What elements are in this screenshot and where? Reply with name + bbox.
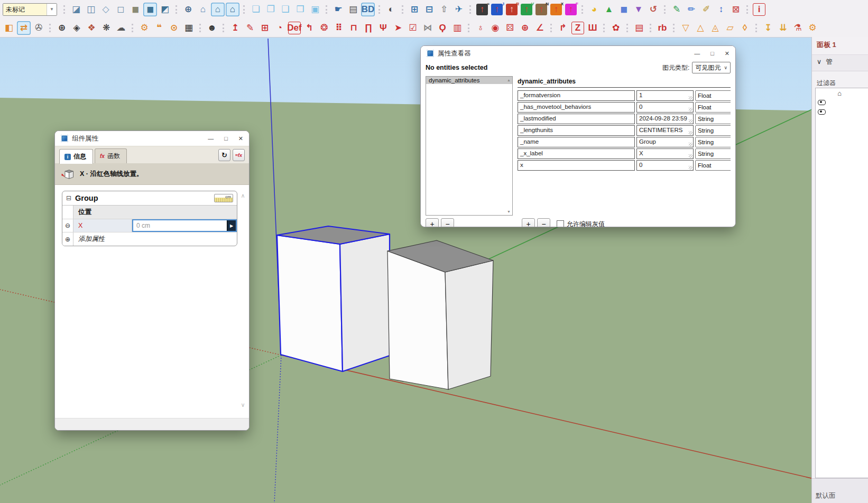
remove-attribute-button[interactable]: ⊖	[62, 219, 73, 232]
attribute-value-cell[interactable]: 2024-09-28 23:59	[636, 114, 694, 124]
axis-slab-f-icon[interactable]: ↑ F	[564, 3, 578, 16]
tree-item[interactable]	[816, 107, 868, 117]
attribute-value-cell[interactable]: 0	[636, 102, 694, 113]
info-disable-icon[interactable]: i	[752, 3, 766, 16]
prism-tool-icon[interactable]: ∏	[362, 21, 375, 35]
dome-tool-icon[interactable]: ◕	[587, 3, 601, 16]
tab-functions[interactable]: fx 函数	[95, 148, 127, 163]
swap-reference-icon[interactable]: ⇄	[17, 21, 31, 35]
cone-down-icon[interactable]: ▽	[679, 21, 692, 35]
attribute-name-cell[interactable]: _x_label	[518, 148, 635, 159]
add-attribute-label[interactable]: 添加属性	[73, 232, 237, 246]
account-avatar-icon[interactable]: ☻	[205, 21, 219, 35]
remove-dictionary-button[interactable]: −	[441, 218, 454, 227]
image-export-icon[interactable]: ▤	[632, 21, 646, 35]
paint-bucket-icon[interactable]: ⚗	[791, 21, 805, 35]
home-view-icon[interactable]: ⌂	[226, 3, 239, 16]
attribute-name-cell[interactable]: _lastmodified	[518, 114, 635, 124]
plane-schedule-icon[interactable]: ✈	[452, 3, 466, 16]
maximize-button[interactable]: □	[224, 135, 228, 142]
down-export-icon[interactable]: ⇊	[776, 21, 790, 35]
dictionary-list-item[interactable]: dynamic_attributes	[426, 77, 512, 84]
camera-export-icon[interactable]: ✇	[32, 21, 45, 35]
axes-arrow-icon[interactable]: ∠	[533, 21, 547, 35]
tent-tool-icon[interactable]: ▲	[602, 3, 616, 16]
remove-attribute-button[interactable]: −	[537, 218, 550, 227]
add-attribute-button[interactable]: ⊕	[62, 232, 73, 246]
cylinder-tool-icon[interactable]: ⊓	[347, 21, 361, 35]
close-button[interactable]: ✕	[725, 50, 730, 57]
axis-slab-x-icon[interactable]: ↑ X	[549, 3, 563, 16]
refresh-button[interactable]: ↻	[218, 149, 230, 161]
extract-cube-icon[interactable]: ⇧	[437, 3, 451, 16]
cube-tool-icon[interactable]: ◼	[617, 3, 631, 16]
panel-section-header[interactable]: ∨ 管	[812, 55, 868, 71]
box-unselected[interactable]	[387, 240, 493, 389]
attribute-name-cell[interactable]: x	[518, 160, 635, 171]
no-section-icon[interactable]: ⊠	[729, 3, 743, 16]
style-wireframe-icon[interactable]: ◇	[99, 3, 113, 16]
box-selected[interactable]	[277, 226, 390, 371]
entity-info-panel-icon[interactable]: ▤	[346, 3, 360, 16]
style-textured-icon[interactable]: ◼	[143, 3, 157, 16]
dome-wire-icon[interactable]: ◬	[708, 21, 722, 35]
globe-geo-icon[interactable]: ♁	[474, 21, 487, 35]
blue-pen-icon[interactable]: ✏	[685, 3, 698, 16]
def-doc-icon[interactable]: Def	[288, 21, 301, 35]
select-hand-icon[interactable]: ☛	[331, 3, 345, 16]
axis-slab-n-icon[interactable]: ↑ N	[534, 3, 548, 16]
cut-object-icon[interactable]: ❑	[279, 3, 292, 16]
green-pen-icon[interactable]: ✎	[670, 3, 684, 16]
unit-ruler-badge[interactable]: cm	[214, 194, 233, 202]
resize-grip-icon[interactable]	[689, 143, 692, 146]
settings-gears-icon[interactable]: ⚙	[137, 21, 151, 35]
round-window-icon[interactable]: ◔	[273, 21, 287, 35]
dialog-scrollbar[interactable]: ∧ ∨	[239, 192, 246, 408]
allow-edit-checkbox[interactable]	[557, 220, 564, 227]
minimize-button[interactable]: —	[694, 50, 700, 57]
attribute-type-select[interactable]: Float ∨	[695, 90, 731, 101]
cloud-upload-icon[interactable]: ☁	[114, 21, 128, 35]
style-monochrome-icon[interactable]: ◩	[158, 3, 172, 16]
attribute-value-cell[interactable]: 1	[636, 90, 694, 101]
upload-component-icon[interactable]: ⊟	[422, 3, 436, 16]
duplicate-object-icon[interactable]: ❒	[293, 3, 307, 16]
validate-check-icon[interactable]: ☑	[406, 21, 420, 35]
target-icon[interactable]: ⊕	[518, 21, 532, 35]
ruby-editor-icon[interactable]: rb	[655, 21, 669, 35]
visibility-eye-icon[interactable]	[818, 109, 826, 115]
paintbrush-palette-icon[interactable]: ✐	[699, 3, 713, 16]
x-value-input[interactable]	[133, 220, 236, 231]
box-unselected-right-face[interactable]	[445, 260, 493, 389]
dictionary-list[interactable]: dynamic_attributes ▲ ▼	[426, 76, 513, 216]
style-xray-icon[interactable]: ◪	[69, 3, 83, 16]
minimize-button[interactable]: —	[208, 135, 214, 142]
component-dialog-titlebar[interactable]: 组件属性 — □ ✕	[55, 131, 249, 146]
trash-icon[interactable]: Ш	[586, 21, 599, 35]
add-attribute-button[interactable]: +	[522, 218, 535, 227]
clip-partial-icon[interactable]: ◧	[2, 21, 16, 35]
axis-slab-v-icon[interactable]: ↑ V	[520, 3, 533, 16]
attribute-name-cell[interactable]: _formatversion	[518, 90, 635, 101]
attribute-type-select[interactable]: Float ∨	[695, 160, 731, 171]
attribute-name-cell[interactable]: _lengthunits	[518, 125, 635, 136]
layout-pane-icon[interactable]: ⊞	[258, 21, 272, 35]
group-selection-icon[interactable]: ▣	[308, 3, 322, 16]
glass-tool-icon[interactable]: Ψ	[376, 21, 390, 35]
style-hidden-line-icon[interactable]: ◻	[114, 3, 127, 16]
scroll-down-icon[interactable]: ∨	[241, 402, 245, 408]
resize-grip-icon[interactable]	[689, 119, 692, 123]
resize-grip-icon[interactable]	[689, 166, 692, 170]
resize-grip-icon[interactable]	[689, 108, 692, 111]
style-shaded-icon[interactable]: ◼	[128, 3, 142, 16]
zip-z-icon[interactable]: Z	[571, 21, 585, 35]
tree-item[interactable]	[816, 98, 868, 107]
attribute-type-select[interactable]: String ∨	[695, 137, 731, 147]
node-grid-icon[interactable]: ⠿	[332, 21, 346, 35]
undo-solid-icon[interactable]: ↺	[647, 3, 660, 16]
frustum-icon[interactable]: ▱	[723, 21, 737, 35]
outliner-tree[interactable]: ⌂	[815, 88, 868, 478]
shield-drop-icon[interactable]: ◈	[70, 21, 84, 35]
store-cart-icon[interactable]: ▦	[182, 21, 196, 35]
aperture-icon[interactable]: ◉	[488, 21, 502, 35]
